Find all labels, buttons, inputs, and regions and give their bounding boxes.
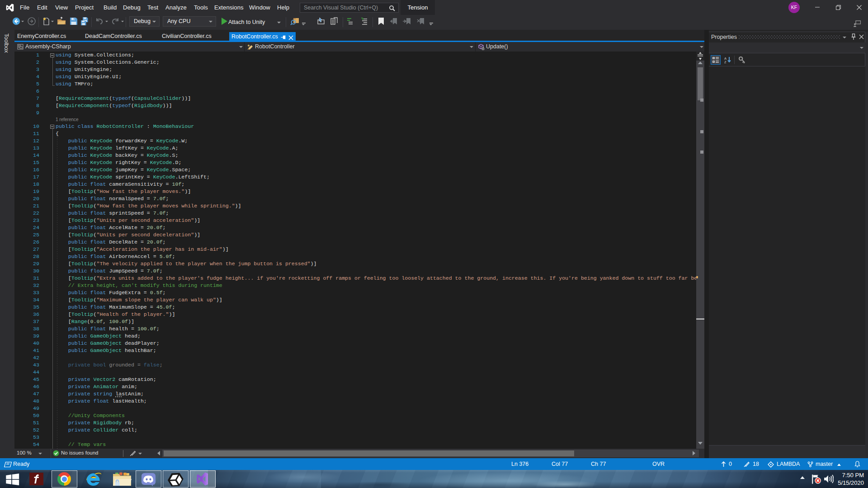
svg-text:Z: Z: [724, 60, 726, 64]
